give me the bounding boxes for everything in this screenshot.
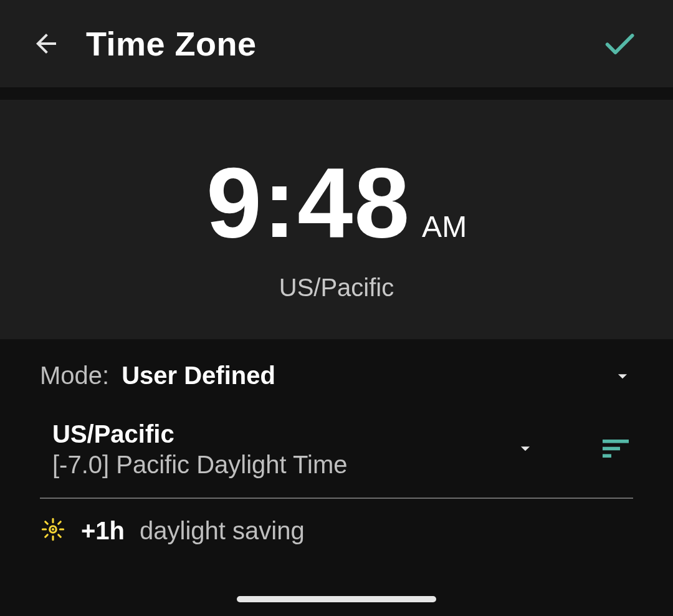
clock-time-row: 9:48 AM <box>206 153 467 253</box>
svg-line-9 <box>45 522 48 524</box>
svg-rect-1 <box>603 446 620 450</box>
mode-value: User Defined <box>122 362 599 390</box>
home-indicator-area <box>0 596 673 602</box>
settings-panel: Mode: User Defined US/Pacific [-7.0] Pac… <box>0 339 673 616</box>
back-button[interactable] <box>31 29 61 59</box>
svg-rect-0 <box>603 440 629 443</box>
svg-rect-2 <box>603 454 611 458</box>
clock-time: 9:48 <box>206 153 411 253</box>
svg-line-11 <box>45 535 48 537</box>
sort-icon <box>598 431 633 466</box>
confirm-button[interactable] <box>600 24 639 63</box>
clock-ampm: AM <box>422 209 467 244</box>
check-icon <box>600 24 639 63</box>
svg-line-12 <box>59 522 61 524</box>
timezone-description: [-7.0] Pacific Daylight Time <box>52 451 496 479</box>
app-header: Time Zone <box>0 0 673 87</box>
page-title: Time Zone <box>86 24 575 63</box>
timezone-selector[interactable]: US/Pacific [-7.0] Pacific Daylight Time <box>40 417 633 499</box>
timezone-text: US/Pacific [-7.0] Pacific Daylight Time <box>40 417 496 479</box>
clock-display: 9:48 AM US/Pacific <box>0 100 673 339</box>
svg-point-4 <box>52 528 54 531</box>
svg-line-10 <box>59 535 61 537</box>
mode-label: Mode: <box>40 362 109 390</box>
clock-timezone-label: US/Pacific <box>279 274 394 302</box>
sun-icon <box>40 516 66 545</box>
chevron-down-icon <box>612 365 633 387</box>
sort-button[interactable] <box>598 431 633 466</box>
timezone-name: US/Pacific <box>52 417 496 451</box>
dst-offset: +1h <box>81 517 125 545</box>
mode-selector[interactable]: Mode: User Defined <box>40 362 633 390</box>
daylight-saving-row: +1h daylight saving <box>40 516 633 545</box>
home-indicator[interactable] <box>237 596 436 602</box>
arrow-left-icon <box>31 29 61 59</box>
dst-label: daylight saving <box>140 517 305 545</box>
chevron-down-icon <box>515 438 536 459</box>
